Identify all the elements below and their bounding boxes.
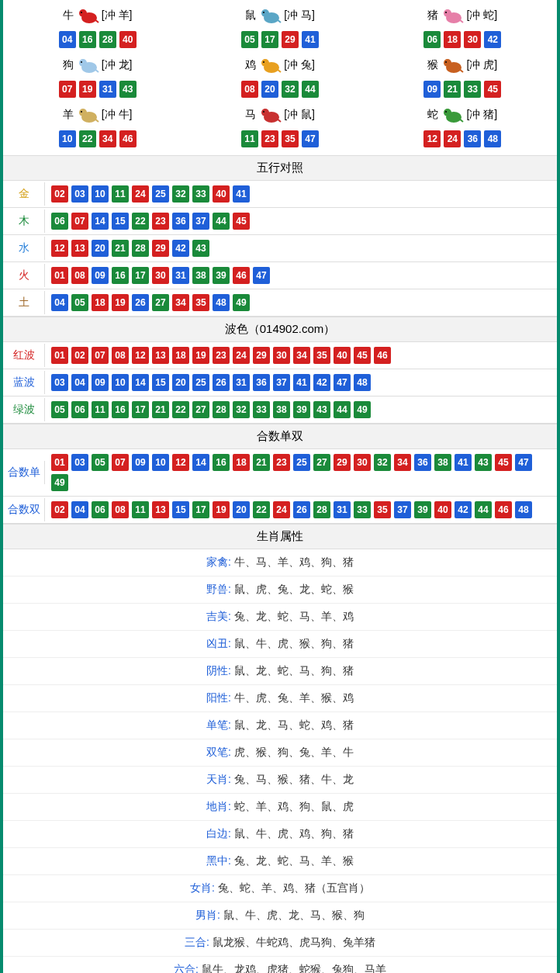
attr-val: 鼠、龙、马、蛇、鸡、猪 [234,718,354,731]
number-ball: 24 [444,130,461,147]
number-ball: 31 [172,267,189,284]
zodiac-nums: 05172941 [188,31,371,48]
number-ball: 05 [92,454,109,471]
number-ball: 20 [172,374,189,391]
number-ball: 12 [423,130,441,147]
row-content: 0103050709101214161821232527293032343638… [45,449,557,496]
number-ball: 16 [79,31,96,48]
number-ball: 19 [192,347,209,364]
attr-val: 牛、虎、兔、羊、猴、鸡 [234,691,354,704]
number-ball: 23 [152,213,169,230]
attr-row: 男肖: 鼠、牛、虎、龙、马、猴、狗 [3,902,557,930]
attr-val: 鼠、龙、蛇、马、狗、猪 [234,664,354,677]
number-ball: 23 [261,130,278,147]
number-ball: 29 [282,31,299,48]
number-ball: 49 [354,401,371,418]
zodiac-name: 蛇 [427,108,438,122]
attr-row: 野兽: 鼠、虎、兔、龙、蛇、猴 [3,577,557,604]
zodiac-cell: 蛇 [冲 猪] 12243648 [372,102,554,147]
number-ball: 20 [261,81,278,98]
zodiac-nums: 08203244 [188,81,371,98]
number-ball: 05 [51,401,68,418]
number-ball: 31 [233,374,250,391]
attr-label: 女肖: [190,881,218,894]
zodiac-head: 蛇 [冲 猪] [372,102,554,127]
number-ball: 02 [51,185,68,203]
number-ball: 09 [92,267,109,284]
number-ball: 21 [152,401,169,418]
number-ball: 14 [192,454,209,471]
attr-row: 六合: 鼠牛、龙鸡、虎猪、蛇猴、兔狗、马羊 [3,957,557,973]
zodiac-clash: [冲 马] [284,9,315,23]
number-ball: 18 [92,294,109,311]
number-ball: 30 [152,267,169,284]
number-ball: 45 [484,81,501,98]
row-label: 水 [3,237,45,260]
number-ball: 01 [51,267,68,284]
attr-row: 家禽: 牛、马、羊、鸡、狗、猪 [3,549,557,577]
number-ball: 13 [152,501,169,518]
number-ball: 14 [92,213,109,230]
attr-val: 鼠、牛、虎、龙、马、猴、狗 [223,909,365,921]
number-ball: 02 [71,347,88,364]
svg-point-5 [263,12,264,13]
row-content: 03040910141520252631363741424748 [45,369,557,396]
row-label: 合数单 [3,461,45,484]
number-ball: 09 [92,374,109,391]
number-ball: 28 [99,31,116,48]
attr-row: 单笔: 鼠、龙、马、蛇、鸡、猪 [3,712,557,739]
number-ball: 10 [152,454,169,471]
row-content: 1213202128294243 [45,235,557,261]
number-ball: 33 [354,501,371,518]
number-ball: 26 [132,294,149,311]
number-ball: 18 [172,347,189,364]
svg-point-4 [261,9,269,17]
data-row: 水 1213202128294243 [3,235,557,262]
number-ball: 43 [313,401,330,418]
svg-point-7 [444,9,451,17]
number-ball: 45 [233,213,250,230]
number-ball: 38 [273,401,290,418]
number-ball: 27 [192,401,209,418]
data-row: 火 0108091617303138394647 [3,262,557,289]
zodiac-cell: 猪 [冲 蛇] 06183042 [372,3,554,48]
number-ball: 41 [293,374,310,391]
section-header-shengxiao: 生肖属性 [3,524,557,549]
number-ball: 18 [444,31,461,48]
zodiac-head: 狗 [冲 龙] [6,53,188,78]
zodiac-animal-icon [440,5,465,26]
zodiac-animal-icon [440,55,465,75]
section-header-wuxing: 五行对照 [3,155,557,181]
zodiac-name: 狗 [63,58,74,72]
number-ball: 45 [354,347,371,364]
number-ball: 35 [192,294,209,311]
number-ball: 24 [233,347,250,364]
zodiac-cell: 马 [冲 鼠] 11233547 [188,102,371,147]
number-ball: 06 [92,501,109,518]
number-ball: 40 [434,501,451,518]
number-ball: 03 [51,374,68,391]
svg-point-16 [444,59,451,67]
number-ball: 45 [495,454,512,471]
zodiac-name: 鸡 [245,58,256,72]
number-ball: 29 [152,240,169,257]
number-ball: 19 [213,501,230,518]
zodiac-name: 猪 [427,9,438,23]
number-ball: 40 [334,347,351,364]
number-ball: 32 [282,81,299,98]
number-ball: 07 [92,347,109,364]
attr-row: 三合: 鼠龙猴、牛蛇鸡、虎马狗、兔羊猪 [3,930,557,957]
number-ball: 35 [282,130,299,147]
number-ball: 32 [374,454,391,471]
number-ball: 36 [464,130,481,147]
number-ball: 31 [334,501,351,518]
zodiac-head: 羊 [冲 牛] [6,102,188,127]
number-ball: 42 [172,240,189,257]
svg-point-1 [79,9,87,17]
zodiac-nums: 07193143 [6,81,188,98]
number-ball: 47 [334,374,351,391]
number-ball: 19 [79,81,96,98]
zodiac-animal-icon [75,55,100,75]
number-ball: 41 [233,185,250,203]
number-ball: 33 [253,401,270,418]
